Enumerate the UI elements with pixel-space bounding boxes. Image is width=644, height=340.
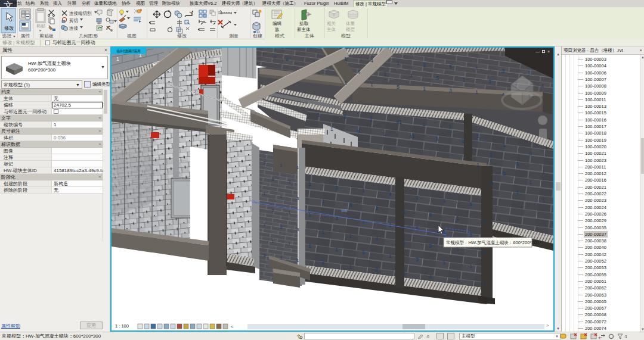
svg-text:拾取: 拾取	[299, 21, 309, 26]
svg-text:W8: W8	[341, 208, 348, 213]
svg-text:常规模型：HW-加气混凝土砌块：600*200*300: 常规模型：HW-加气混凝土砌块：600*200*300	[446, 240, 539, 245]
svg-text:<: <	[231, 324, 234, 329]
svg-text:主体: 主体	[327, 27, 336, 32]
svg-text:新主体: 新主体	[297, 27, 311, 32]
svg-text:楼层: 楼层	[346, 27, 355, 32]
svg-text:连接端切割: 连接端切割	[69, 11, 92, 16]
svg-text:编辑: 编辑	[273, 21, 282, 26]
svg-text:连接: 连接	[69, 26, 79, 31]
svg-text:体量: 体量	[346, 21, 355, 26]
svg-text:族: 族	[275, 27, 280, 32]
svg-text:相关: 相关	[327, 21, 336, 26]
svg-text::1: :1	[624, 335, 627, 339]
svg-text:粘贴: 粘贴	[36, 23, 46, 29]
svg-text:修改: 修改	[4, 26, 14, 31]
svg-text:剪切: 剪切	[69, 18, 78, 23]
